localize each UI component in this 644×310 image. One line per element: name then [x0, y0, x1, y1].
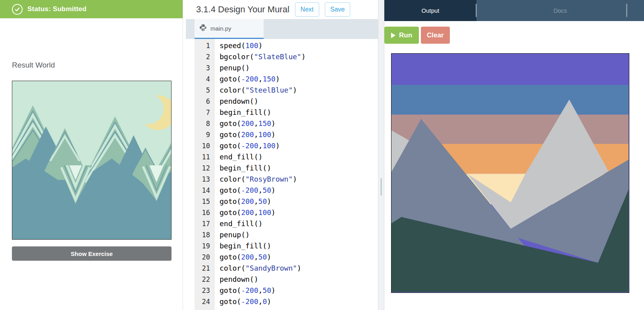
editor-panel: 3.1.4 Design Your Mural Next Save main.p… — [186, 0, 378, 310]
code-text: penup() — [220, 229, 250, 240]
line-number: 2 — [195, 51, 214, 62]
line-number: 11 — [195, 151, 214, 163]
output-panel: Output Docs Run Clear — [384, 0, 644, 310]
tab-main-py[interactable]: main.py — [195, 19, 264, 39]
app-window: Status: Submitted Result World — [0, 0, 644, 310]
save-button[interactable]: Save — [325, 2, 350, 17]
code-line[interactable]: 21color("SandyBrown") — [186, 263, 378, 274]
code-text: goto(200,100) — [220, 129, 276, 140]
python-icon — [199, 24, 207, 33]
code-line[interactable]: 11end_fill() — [186, 151, 378, 163]
check-circle-icon — [12, 4, 23, 15]
code-line[interactable]: 17end_fill() — [186, 218, 378, 229]
line-number: 12 — [195, 163, 214, 174]
code-line[interactable]: 18penup() — [186, 229, 378, 240]
code-text: speed(100) — [220, 40, 262, 51]
line-number: 24 — [195, 296, 214, 307]
line-number: 6 — [195, 96, 214, 107]
editor-header: 3.1.4 Design Your Mural Next Save — [186, 0, 378, 19]
line-number: 4 — [195, 74, 214, 85]
line-number: 5 — [195, 85, 214, 96]
tab-divider-icon — [626, 4, 627, 17]
code-editor[interactable]: 1speed(100)2bgcolor("SlateBlue")3penup()… — [186, 39, 378, 310]
status-bar: Status: Submitted — [0, 0, 183, 18]
run-button-label: Run — [399, 31, 412, 39]
line-number: 17 — [195, 218, 214, 229]
line-number: 19 — [195, 240, 214, 252]
line-number: 9 — [195, 129, 214, 140]
code-text: pendown() — [220, 96, 258, 107]
line-number: 16 — [195, 207, 214, 218]
line-number: 18 — [195, 229, 214, 240]
line-number: 1 — [195, 40, 214, 51]
code-line[interactable]: 9goto(200,100) — [186, 129, 378, 140]
line-number: 20 — [195, 252, 214, 263]
code-text: penup() — [220, 62, 250, 74]
output-header: Output Docs — [384, 0, 644, 21]
line-number: 10 — [195, 140, 214, 151]
code-text: color("SandyBrown") — [220, 263, 301, 274]
code-line[interactable]: 7begin_fill() — [186, 107, 378, 118]
status-text: Status: Submitted — [27, 5, 87, 13]
tab-output[interactable]: Output — [384, 0, 476, 21]
resize-handle-icon[interactable] — [381, 178, 382, 196]
code-line[interactable]: 13color("RosyBrown") — [186, 174, 378, 185]
code-text: goto(-200,100) — [220, 140, 280, 151]
tab-docs-label: Docs — [553, 7, 567, 14]
code-text: goto(200,100) — [220, 207, 276, 218]
mural-drawing — [391, 54, 629, 292]
code-line[interactable]: 6pendown() — [186, 96, 378, 107]
code-line[interactable]: 20goto(200,50) — [186, 252, 378, 263]
code-line[interactable]: 3penup() — [186, 62, 378, 74]
code-text: end_fill() — [220, 218, 262, 229]
code-text: goto(-200,50) — [220, 185, 276, 196]
code-line[interactable]: 12begin_fill() — [186, 163, 378, 174]
clear-button[interactable]: Clear — [421, 27, 450, 44]
code-text: color("SteelBlue") — [220, 85, 297, 96]
code-line[interactable]: 2bgcolor("SlateBlue") — [186, 51, 378, 62]
tab-output-label: Output — [421, 7, 439, 14]
code-line[interactable]: 14goto(-200,50) — [186, 185, 378, 196]
next-button[interactable]: Next — [295, 2, 319, 17]
tab-divider-icon — [476, 4, 477, 17]
line-number: 7 — [195, 107, 214, 118]
line-number: 22 — [195, 274, 214, 285]
code-text: goto(-200,150) — [220, 74, 280, 85]
code-line[interactable]: 22pendown() — [186, 274, 378, 285]
code-lines: 1speed(100)2bgcolor("SlateBlue")3penup()… — [186, 40, 378, 307]
run-button[interactable]: Run — [384, 27, 419, 44]
code-text: begin_fill() — [220, 107, 271, 118]
code-text: begin_fill() — [220, 240, 271, 252]
code-text: goto(200,50) — [220, 252, 271, 263]
play-icon — [391, 33, 395, 38]
code-line[interactable]: 1speed(100) — [186, 40, 378, 51]
file-tab-bar: main.py — [186, 19, 378, 39]
result-world-label: Result World — [12, 61, 55, 70]
line-number: 15 — [195, 196, 214, 207]
result-world-drawing — [12, 81, 171, 239]
result-world-canvas — [12, 81, 172, 240]
tab-main-py-label: main.py — [210, 25, 231, 32]
code-text: bgcolor("SlateBlue") — [220, 51, 306, 62]
code-text: end_fill() — [220, 151, 262, 163]
panel-resize-divider-right[interactable] — [378, 0, 384, 310]
code-text: pendown() — [220, 274, 258, 285]
code-line[interactable]: 24goto(-200,0) — [186, 296, 378, 307]
code-text: color("RosyBrown") — [220, 174, 297, 185]
code-line[interactable]: 5color("SteelBlue") — [186, 85, 378, 96]
code-line[interactable]: 16goto(200,100) — [186, 207, 378, 218]
code-line[interactable]: 19begin_fill() — [186, 240, 378, 252]
show-exercise-button[interactable]: Show Exercise — [12, 246, 172, 261]
line-number: 3 — [195, 62, 214, 74]
tab-docs[interactable]: Docs — [476, 0, 644, 21]
code-line[interactable]: 4goto(-200,150) — [186, 74, 378, 85]
code-line[interactable]: 23goto(-200,50) — [186, 285, 378, 296]
turtle-output-canvas — [391, 53, 629, 293]
line-number: 23 — [195, 285, 214, 296]
code-line[interactable]: 10goto(-200,100) — [186, 140, 378, 151]
code-text: goto(-200,0) — [220, 296, 271, 307]
code-line[interactable]: 15goto(200,50) — [186, 196, 378, 207]
code-line[interactable]: 8goto(200,150) — [186, 118, 378, 129]
code-text: begin_fill() — [220, 163, 271, 174]
result-panel: Status: Submitted Result World — [0, 0, 183, 310]
